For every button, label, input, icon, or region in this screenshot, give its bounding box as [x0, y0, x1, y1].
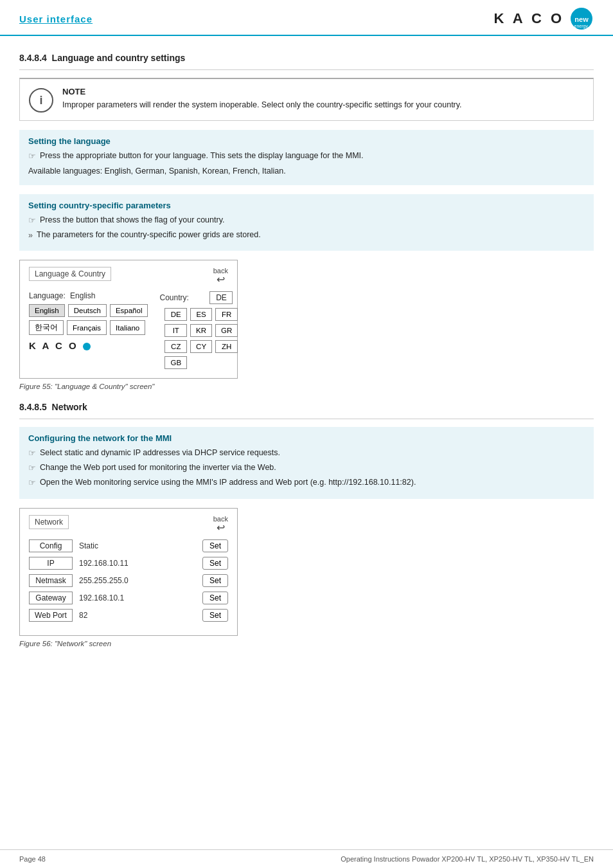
section-title-1: Language and country settings	[52, 53, 186, 63]
network-label-gateway: Gateway	[29, 592, 73, 604]
lang-btn-english[interactable]: English	[29, 304, 65, 317]
section-heading-2: 8.4.8.5 Network	[19, 402, 594, 412]
setting-language-box: Setting the language ☞ Press the appropr…	[19, 130, 594, 185]
page-footer: Page 48 Operating Instructions Powador X…	[0, 849, 613, 868]
setting-country-title: Setting country-specific parameters	[28, 201, 585, 210]
svg-text:energy.: energy.	[574, 24, 589, 29]
network-value-ip: 192.168.10.11	[79, 559, 196, 568]
network-set-config[interactable]: Set	[202, 539, 228, 552]
arrow-icon-2: ☞	[28, 215, 36, 227]
network-screen: Network back ↩ Config Static Set IP 192.…	[19, 508, 238, 636]
network-value-netmask: 255.255.255.0	[79, 576, 196, 585]
network-screen-title: Network	[29, 515, 69, 529]
language-instruction-text: Press the appropriate button for your la…	[40, 150, 364, 162]
setting-country-box: Setting country-specific parameters ☞ Pr…	[19, 194, 594, 251]
divider-2	[19, 419, 594, 419]
country-value: DE	[209, 291, 233, 304]
arrow-icon-5: ☞	[28, 477, 36, 489]
screen-title-label: Language & Country	[29, 267, 111, 281]
section-heading-1: 8.4.8.4 Language and country settings	[19, 53, 594, 63]
country-btn-ZH[interactable]: ZH	[215, 340, 238, 353]
section-number-1: 8.4.8.4	[19, 53, 52, 63]
network-instruction-2: ☞ Change the Web port used for monitorin…	[28, 462, 585, 475]
network-set-webport[interactable]: Set	[202, 609, 228, 622]
network-value-config: Static	[79, 541, 196, 550]
lang-btn-francais[interactable]: Français	[67, 320, 107, 335]
country-btn-GR[interactable]: GR	[215, 324, 238, 337]
network-back-button[interactable]: back ↩	[213, 515, 228, 533]
page-header: User interface K A C O new energy.	[0, 0, 613, 36]
figure55-caption: Figure 55: "Language & Country" screen"	[19, 383, 594, 390]
network-set-netmask[interactable]: Set	[202, 574, 228, 587]
setting-language-title: Setting the language	[28, 136, 585, 146]
info-icon: i	[29, 88, 53, 113]
back-button[interactable]: back ↩	[213, 267, 228, 285]
network-instruction-3: ☞ Open the Web monitoring service using …	[28, 476, 585, 489]
network-row-netmask: Netmask 255.255.255.0 Set	[29, 574, 228, 587]
page-number: Page 48	[19, 855, 46, 863]
network-row-webport: Web Port 82 Set	[29, 609, 228, 622]
note-box: i NOTE Improper parameters will render t…	[19, 78, 594, 121]
country-label: Country:	[159, 293, 204, 302]
language-country-screen: Language & Country back ↩ Language: Engl…	[19, 260, 238, 379]
network-label-config: Config	[29, 539, 73, 552]
logo-text: K A C O	[494, 10, 564, 27]
network-value-webport: 82	[79, 611, 196, 620]
country-instruction-1-text: Press the button that shows the flag of …	[40, 214, 224, 226]
country-instruction-2: » The parameters for the country-specifi…	[28, 229, 585, 242]
network-row-config: Config Static Set	[29, 539, 228, 552]
configuring-network-title: Configuring the network for the MMI	[28, 433, 585, 443]
lang-btn-italiano[interactable]: Italiano	[110, 320, 145, 335]
lang-btn-deutsch[interactable]: Deutsch	[68, 304, 107, 317]
network-set-gateway[interactable]: Set	[202, 592, 228, 604]
network-rows: Config Static Set IP 192.168.10.11 Set N…	[29, 539, 228, 622]
network-screen-title-bar: Network back ↩	[29, 515, 228, 533]
network-label-ip: IP	[29, 557, 73, 570]
logo-area: K A C O new energy.	[494, 6, 594, 31]
network-set-ip[interactable]: Set	[202, 557, 228, 570]
country-btn-grid: DE ES FR IT KR GR CZ CY ZH GB	[164, 308, 238, 369]
arrow-icon-4: ☞	[28, 462, 36, 475]
screen-title-bar: Language & Country back ↩	[29, 267, 228, 285]
country-row: Country: DE	[159, 291, 238, 304]
network-label-netmask: Netmask	[29, 574, 73, 587]
country-btn-DE[interactable]: DE	[164, 308, 187, 321]
network-row-ip: IP 192.168.10.11 Set	[29, 557, 228, 570]
header-title: User interface	[19, 14, 93, 24]
back-arrow-icon: ↩	[217, 275, 225, 285]
network-back-arrow-icon: ↩	[217, 523, 225, 533]
country-btn-FR[interactable]: FR	[215, 308, 238, 321]
configuring-network-box: Configuring the network for the MMI ☞ Se…	[19, 427, 594, 498]
language-label: Language: English	[29, 291, 95, 300]
lang-btn-row-2: 한국어 Français Italiano	[29, 320, 148, 335]
lang-btn-korean[interactable]: 한국어	[29, 320, 64, 335]
svg-text:new: new	[574, 15, 589, 23]
lang-btn-espanol[interactable]: Español	[110, 304, 148, 317]
country-btn-CY[interactable]: CY	[190, 340, 212, 353]
section-title-2: Network	[52, 402, 87, 412]
screen-body: Language: English English Deutsch Españo…	[29, 291, 228, 369]
kaco-logo-small: K A C O	[29, 340, 148, 351]
network-label-webport: Web Port	[29, 609, 73, 622]
country-btn-KR[interactable]: KR	[190, 324, 212, 337]
country-panel: Country: DE DE ES FR IT KR GR CZ CY ZH G…	[159, 291, 238, 369]
kaco-logo-icon: new energy.	[569, 6, 594, 31]
country-instruction-2-text: The parameters for the country-specific …	[37, 229, 261, 241]
country-btn-IT[interactable]: IT	[164, 324, 187, 337]
country-btn-GB[interactable]: GB	[164, 356, 187, 369]
divider-1	[19, 69, 594, 70]
network-value-gateway: 192.168.10.1	[79, 593, 196, 602]
country-btn-CZ[interactable]: CZ	[164, 340, 187, 353]
network-instruction-3-text: Open the Web monitoring service using th…	[40, 476, 416, 489]
language-panel: Language: English English Deutsch Españo…	[29, 291, 148, 351]
chevron-icon-1: »	[28, 230, 33, 242]
language-row: Language: English	[29, 291, 148, 300]
note-title: NOTE	[62, 87, 462, 96]
section-number-2: 8.4.8.5	[19, 402, 52, 412]
doc-title: Operating Instructions Powador XP200-HV …	[341, 855, 594, 863]
country-btn-ES[interactable]: ES	[190, 308, 212, 321]
network-instruction-1: ☞ Select static and dynamic IP addresses…	[28, 447, 585, 460]
figure56-caption: Figure 56: "Network" screen	[19, 640, 594, 647]
note-text: Improper parameters will render the syst…	[62, 99, 462, 111]
main-content: 8.4.8.4 Language and country settings i …	[0, 36, 613, 678]
